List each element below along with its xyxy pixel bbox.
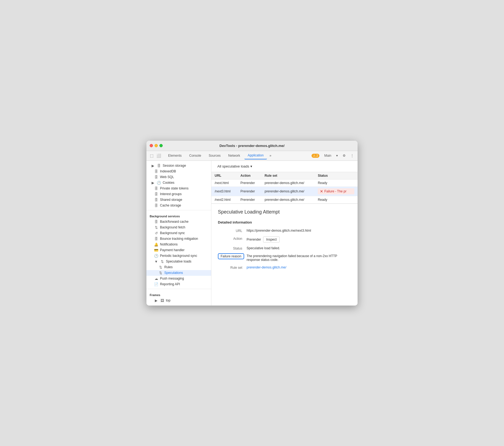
- database-icon: 🗄: [154, 175, 158, 179]
- sidebar-item-indexeddb[interactable]: 🗄 IndexedDB: [146, 169, 211, 174]
- cell-status-failure: ✕ Failure - The pr: [315, 186, 358, 196]
- sidebar-item-periodic-background-sync[interactable]: 🕐 Periodic background sync: [146, 253, 211, 259]
- sidebar-label: Speculative loads: [166, 260, 191, 263]
- failure-reason-value: The prerendering navigation failed becau…: [247, 254, 351, 262]
- sidebar-item-session-storage[interactable]: ▶ 🗄 Session storage: [146, 163, 211, 169]
- tab-more-icon[interactable]: »: [268, 153, 273, 159]
- sidebar-label: Rules: [164, 265, 173, 269]
- ruleset-value: prerender-demos.glitch.me/: [247, 265, 351, 269]
- close-button[interactable]: [150, 144, 153, 147]
- sidebar-label: Bounce tracking mitigation: [160, 237, 198, 241]
- speculative-loads-table-section: URL Action Rule set Status /next.html Pr…: [211, 172, 358, 204]
- sidebar-item-speculative-loads[interactable]: ▼ ⇅ Speculative loads: [146, 259, 211, 264]
- sidebar-item-speculations[interactable]: ⇅ Speculations: [146, 270, 211, 276]
- dropdown-label: All speculative loads: [217, 164, 249, 168]
- sidebar-item-background-fetch[interactable]: ⇅ Background fetch: [146, 225, 211, 230]
- inspect-button[interactable]: Inspect: [263, 237, 280, 242]
- speculative-header: All speculative loads ▾: [211, 161, 358, 172]
- toolbar-icons: ⬚ ⬜: [149, 153, 162, 159]
- more-options-icon[interactable]: ⋮: [349, 153, 355, 158]
- sidebar-item-push-messaging[interactable]: ☁ Push messaging: [146, 276, 211, 281]
- speculative-loads-table: URL Action Rule set Status /next.html Pr…: [211, 172, 358, 204]
- sidebar-label: Reporting API: [160, 282, 180, 286]
- sidebar-label: IndexedDB: [160, 169, 176, 173]
- sidebar-item-private-state-tokens[interactable]: 🗄 Private state tokens: [146, 186, 211, 191]
- database-icon: 🗄: [154, 198, 158, 202]
- status-label: Status: [218, 246, 242, 250]
- sidebar-item-cookies[interactable]: ▶ 🕐 Cookies: [146, 180, 211, 186]
- tab-console[interactable]: Console: [186, 152, 204, 159]
- table-header-row: URL Action Rule set Status: [211, 172, 358, 179]
- traffic-lights: [150, 144, 163, 147]
- minimize-button[interactable]: [155, 144, 158, 147]
- cell-action: Prerender: [237, 196, 261, 203]
- failure-circle-icon: ✕: [320, 189, 323, 194]
- cell-url: /next3.html: [211, 186, 237, 196]
- expand-down-icon: ▼: [154, 260, 158, 264]
- database-icon: 🗄: [154, 204, 158, 208]
- sidebar-item-background-sync[interactable]: ↺ Background sync: [146, 230, 211, 236]
- sidebar-item-shared-storage[interactable]: 🗄 Shared storage: [146, 197, 211, 203]
- tab-sources[interactable]: Sources: [205, 152, 224, 159]
- ruleset-link[interactable]: prerender-demos.glitch.me/: [247, 265, 286, 269]
- cell-action: Prerender: [237, 179, 261, 186]
- sidebar-label: Speculations: [164, 271, 183, 275]
- database-icon: 🗄: [154, 220, 158, 224]
- cookie-icon: 🕐: [157, 181, 161, 185]
- section-background-services: Background services: [146, 212, 211, 219]
- sidebar-item-notifications[interactable]: 🔔 Notifications: [146, 242, 211, 247]
- settings-icon[interactable]: ⚙: [341, 153, 347, 158]
- action-value: Prerender Inspect: [247, 237, 351, 242]
- speculations-icon: ⇅: [158, 271, 163, 275]
- tab-network[interactable]: Network: [225, 152, 243, 159]
- table-row-selected[interactable]: /next3.html Prerender prerender-demos.gl…: [211, 186, 358, 196]
- sidebar-label: Cache storage: [160, 204, 181, 207]
- database-icon: 🗄: [154, 186, 158, 191]
- toolbar-right: Main ▾ ⚙ ⋮: [323, 153, 355, 158]
- main-button[interactable]: Main: [323, 153, 333, 158]
- tab-elements[interactable]: Elements: [165, 152, 185, 159]
- detail-row-url: URL https://prerender-demos.glitch.me/ne…: [218, 229, 351, 233]
- sidebar-item-rules[interactable]: ⇅ Rules: [146, 264, 211, 270]
- sidebar-label: Session storage: [163, 164, 186, 168]
- rules-icon: ⇅: [158, 265, 163, 269]
- url-value: https://prerender-demos.glitch.me/next3.…: [247, 229, 351, 232]
- table-row[interactable]: /next.html Prerender prerender-demos.gli…: [211, 179, 358, 186]
- frame-icon: 🖼: [160, 299, 164, 303]
- all-speculative-loads-dropdown[interactable]: All speculative loads ▾: [216, 163, 254, 169]
- dropdown-arrow-icon[interactable]: ▾: [335, 153, 339, 158]
- clock-icon: 🕐: [154, 254, 158, 258]
- tab-application[interactable]: Application: [244, 152, 267, 159]
- sidebar-label: Web SQL: [160, 175, 174, 179]
- sidebar-label: Cookies: [163, 181, 174, 185]
- sidebar-label: Back/forward cache: [160, 220, 188, 224]
- sidebar-item-payment-handler[interactable]: 💳 Payment handler: [146, 247, 211, 253]
- warning-icon: ⚠: [313, 154, 316, 158]
- sidebar-label: Push messaging: [160, 277, 184, 280]
- table-row[interactable]: /next2.html Prerender prerender-demos.gl…: [211, 196, 358, 203]
- cell-status: Ready: [315, 179, 358, 186]
- section-frames: Frames: [146, 291, 211, 298]
- warning-badge: ⚠ 2: [312, 154, 319, 158]
- maximize-button[interactable]: [159, 144, 163, 147]
- device-mode-icon[interactable]: ⬜: [156, 153, 162, 159]
- sidebar-item-back-forward-cache[interactable]: 🗄 Back/forward cache: [146, 219, 211, 225]
- sidebar-item-interest-groups[interactable]: 🗄 Interest groups: [146, 191, 211, 197]
- url-label: URL: [218, 229, 242, 233]
- detail-row-ruleset: Rule set prerender-demos.glitch.me/: [218, 265, 351, 270]
- action-text: Prerender: [247, 238, 261, 241]
- sidebar-item-reporting-api[interactable]: 📄 Reporting API: [146, 281, 211, 287]
- cell-ruleset: prerender-demos.glitch.me/: [261, 179, 315, 186]
- sidebar-item-bounce-tracking[interactable]: 🗄 Bounce tracking mitigation: [146, 236, 211, 242]
- detail-row-failure-reason: Failure reason The prerendering navigati…: [218, 254, 351, 262]
- sidebar-item-websql[interactable]: 🗄 Web SQL: [146, 174, 211, 180]
- col-header-ruleset: Rule set: [261, 172, 315, 179]
- expand-icon: ▶: [151, 164, 155, 168]
- content-area: All speculative loads ▾ URL Action Rule …: [211, 161, 358, 306]
- divider-2: [146, 289, 211, 289]
- sidebar-item-cache-storage[interactable]: 🗄 Cache storage: [146, 203, 211, 208]
- inspect-element-icon[interactable]: ⬚: [149, 153, 155, 159]
- sync-icon: ↺: [154, 231, 158, 235]
- sidebar-item-top-frame[interactable]: ▶ 🖼 top: [146, 298, 211, 303]
- database-icon: 🗄: [154, 192, 158, 196]
